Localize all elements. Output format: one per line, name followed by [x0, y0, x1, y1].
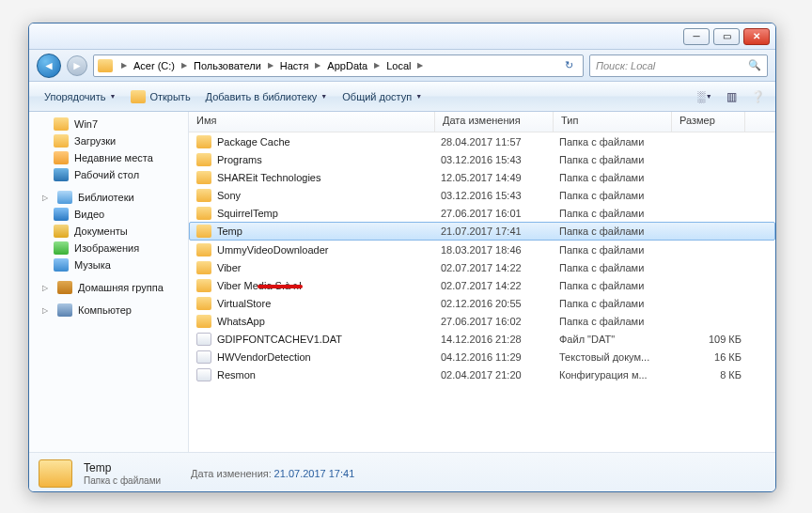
- pictures-icon: [54, 241, 69, 255]
- file-row[interactable]: HWVendorDetection04.12.2016 11:29Текстов…: [189, 348, 775, 365]
- help-button[interactable]: ❔: [747, 86, 768, 107]
- breadcrumb-segment[interactable]: Acer (C:): [130, 55, 179, 76]
- minimize-button[interactable]: ─: [683, 28, 710, 45]
- column-size[interactable]: Размер: [672, 112, 745, 132]
- details-type: Папка с файлами: [84, 475, 161, 486]
- video-icon: [54, 208, 69, 221]
- file-row[interactable]: Temp21.07.2017 17:41Папка с файлами: [189, 222, 775, 241]
- file-row[interactable]: GDIPFONTCACHEV1.DAT14.12.2016 21:28Файл …: [189, 330, 775, 348]
- file-row[interactable]: Sony03.12.2016 15:43Папка с файлами: [189, 186, 775, 204]
- share-button[interactable]: Общий доступ▼: [335, 87, 429, 106]
- sidebar-group-homegroup[interactable]: ▷Домашняя группа: [29, 279, 188, 296]
- file-type: Конфигурация м...: [559, 369, 678, 381]
- file-row[interactable]: WhatsApp27.06.2017 16:02Папка с файлами: [189, 312, 775, 330]
- search-icon: 🔍: [748, 59, 761, 71]
- file-row[interactable]: Package Cache28.04.2017 11:57Папка с фай…: [189, 132, 775, 150]
- breadcrumb[interactable]: ▶ Acer (C:) ▶ Пользователи ▶ Настя ▶ App…: [93, 54, 584, 77]
- breadcrumb-segment[interactable]: Пользователи: [190, 55, 265, 76]
- folder-icon: [196, 207, 211, 220]
- add-to-library-button[interactable]: Добавить в библиотеку▼: [198, 87, 336, 106]
- folder-icon: [196, 243, 211, 256]
- breadcrumb-segment[interactable]: Настя: [276, 55, 313, 76]
- chevron-right-icon: ▶: [414, 61, 426, 70]
- file-type: Папка с файлами: [559, 280, 678, 291]
- open-button[interactable]: Открыть: [123, 86, 197, 107]
- sidebar-item-win7[interactable]: Win7: [29, 116, 188, 132]
- file-row[interactable]: UmmyVideoDownloader18.03.2017 18:46Папка…: [189, 241, 775, 258]
- sidebar-item-video[interactable]: Видео: [29, 206, 188, 223]
- file-name: SHAREit Technologies: [217, 172, 441, 183]
- file-type: Папка с файлами: [559, 298, 678, 309]
- file-date: 18.03.2017 18:46: [441, 244, 559, 256]
- file-row[interactable]: SquirrelTemp27.06.2017 16:01Папка с файл…: [189, 204, 775, 222]
- file-type: Папка с файлами: [559, 154, 678, 165]
- maximize-button[interactable]: ▭: [713, 28, 740, 45]
- folder-icon: [39, 459, 72, 488]
- file-type: Папка с файлами: [559, 208, 678, 219]
- file-name: Temp: [217, 225, 441, 237]
- breadcrumb-segment[interactable]: AppData: [323, 55, 371, 76]
- preview-pane-button[interactable]: ▥: [721, 86, 742, 107]
- column-type[interactable]: Тип: [554, 112, 672, 132]
- file-size: 8 КБ: [678, 369, 742, 381]
- download-icon: [54, 134, 69, 148]
- refresh-icon[interactable]: ↻: [559, 59, 579, 71]
- file-icon: [196, 333, 211, 346]
- file-type: Папка с файлами: [559, 190, 678, 201]
- view-options-button[interactable]: ░▼: [695, 86, 715, 107]
- file-date: 04.12.2016 11:29: [441, 351, 559, 363]
- highlight-mark: [258, 285, 303, 288]
- sidebar-item-downloads[interactable]: Загрузки: [29, 132, 188, 149]
- file-date: 21.07.2017 17:41: [441, 225, 559, 237]
- toolbar: Упорядочить▼ Открыть Добавить в библиоте…: [29, 82, 775, 112]
- file-date: 03.12.2016 15:43: [441, 190, 559, 201]
- file-row[interactable]: Viber02.07.2017 14:22Папка с файлами: [189, 258, 775, 276]
- sidebar-group-libraries[interactable]: ▷Библиотеки: [29, 189, 188, 206]
- file-name: Viber: [217, 262, 441, 273]
- column-date[interactable]: Дата изменения: [435, 112, 554, 132]
- sidebar-item-recent[interactable]: Недавние места: [29, 149, 188, 166]
- sidebar-item-desktop[interactable]: Рабочий стол: [29, 166, 188, 183]
- file-name: VirtualStore: [217, 298, 441, 309]
- sidebar-item-documents[interactable]: Документы: [29, 223, 188, 240]
- address-bar: ◄ ► ▶ Acer (C:) ▶ Пользователи ▶ Настя ▶…: [29, 50, 775, 82]
- file-type: Папка с файлами: [559, 225, 678, 237]
- music-icon: [54, 258, 69, 272]
- breadcrumb-segment[interactable]: Local: [383, 55, 414, 76]
- details-pane: Temp Папка с файлами Дата изменения: 21.…: [29, 452, 775, 492]
- document-icon: [54, 225, 69, 238]
- chevron-right-icon: ▷: [42, 194, 52, 202]
- chevron-right-icon: ▶: [371, 61, 383, 70]
- chevron-right-icon: ▶: [118, 61, 130, 70]
- organize-button[interactable]: Упорядочить▼: [37, 87, 123, 106]
- file-date: 12.05.2017 14:49: [441, 172, 559, 183]
- file-icon: [196, 368, 211, 381]
- file-type: Папка с файлами: [559, 136, 678, 148]
- folder-icon: [196, 171, 211, 184]
- back-button[interactable]: ◄: [37, 54, 61, 78]
- sidebar-item-music[interactable]: Музыка: [29, 256, 188, 273]
- chevron-down-icon: ▼: [109, 93, 116, 100]
- column-name[interactable]: Имя: [189, 112, 435, 132]
- file-row[interactable]: Programs03.12.2016 15:43Папка с файлами: [189, 150, 775, 168]
- search-input[interactable]: Поиск: Local 🔍: [589, 54, 768, 77]
- file-row[interactable]: VirtualStore02.12.2016 20:55Папка с файл…: [189, 294, 775, 312]
- file-row[interactable]: Resmon02.04.2017 21:20Конфигурация м...8…: [189, 365, 775, 383]
- file-row[interactable]: SHAREit Technologies12.05.2017 14:49Папк…: [189, 168, 775, 186]
- file-name: GDIPFONTCACHEV1.DAT: [217, 334, 441, 345]
- sidebar-group-computer[interactable]: ▷Компьютер: [29, 302, 188, 319]
- file-date: 03.12.2016 15:43: [441, 154, 559, 165]
- library-icon: [57, 191, 72, 204]
- close-button[interactable]: ✕: [743, 28, 770, 45]
- file-type: Папка с файлами: [559, 316, 678, 327]
- titlebar: ─ ▭ ✕: [29, 23, 775, 50]
- folder-icon: [196, 279, 211, 292]
- sidebar-item-pictures[interactable]: Изображения: [29, 240, 188, 256]
- folder-icon: [196, 189, 211, 202]
- search-placeholder: Поиск: Local: [596, 60, 655, 71]
- file-size: 16 КБ: [678, 351, 742, 363]
- file-size: 109 КБ: [678, 334, 742, 345]
- folder-icon: [196, 135, 211, 148]
- details-date: Дата изменения: 21.07.2017 17:41: [191, 468, 354, 479]
- forward-button[interactable]: ►: [67, 55, 87, 76]
